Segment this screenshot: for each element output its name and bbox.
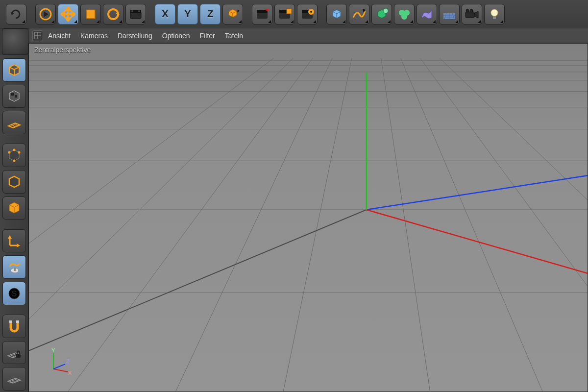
svg-rect-13	[287, 9, 292, 14]
svg-rect-52	[9, 320, 12, 323]
rotate-tool-button[interactable]	[103, 4, 123, 24]
undo-button[interactable]	[6, 4, 26, 24]
add-light-button[interactable]	[484, 4, 505, 24]
svg-rect-15	[302, 10, 313, 13]
svg-rect-36	[11, 93, 14, 96]
view-menu-optionen[interactable]: Optionen	[162, 32, 190, 40]
points-mode-button[interactable]	[2, 144, 26, 167]
svg-rect-11	[279, 12, 290, 19]
axis-x-toggle[interactable]: X	[155, 4, 175, 24]
svg-line-27	[452, 13, 454, 19]
snap-button[interactable]	[2, 315, 26, 338]
add-environment-button[interactable]	[439, 4, 460, 24]
add-deformer-button[interactable]	[416, 4, 437, 24]
svg-point-44	[13, 149, 15, 151]
svg-point-20	[404, 10, 410, 16]
svg-rect-61	[29, 44, 588, 392]
svg-rect-5	[130, 12, 141, 19]
svg-rect-37	[15, 95, 17, 98]
view-menu-darstellung[interactable]: Darstellung	[118, 32, 152, 40]
soft-select-button[interactable]: S	[2, 282, 26, 305]
svg-point-7	[131, 10, 133, 12]
svg-rect-12	[279, 10, 290, 13]
svg-point-43	[18, 151, 20, 154]
svg-rect-3	[86, 10, 95, 19]
move-tool-button[interactable]	[58, 4, 78, 24]
svg-text:Y: Y	[51, 347, 55, 353]
viewport-3d[interactable]: Y X Z	[28, 43, 588, 392]
svg-rect-56	[16, 354, 21, 358]
svg-point-31	[491, 9, 498, 16]
svg-rect-53	[16, 320, 19, 323]
tweak-mode-button[interactable]	[2, 255, 26, 279]
render-pv-button[interactable]	[274, 4, 295, 24]
view-menu-ansicht[interactable]: Ansicht	[48, 32, 71, 40]
top-toolbar: X Y Z	[0, 0, 588, 28]
svg-rect-6	[130, 10, 141, 13]
svg-point-42	[8, 151, 10, 154]
render-view-button[interactable]	[252, 4, 272, 24]
viewport-grid	[29, 44, 588, 392]
add-spline-button[interactable]	[349, 4, 369, 24]
svg-line-84	[53, 364, 65, 369]
viewport-title: Zentralperspektive	[34, 46, 91, 54]
svg-point-21	[401, 14, 407, 20]
coord-system-button[interactable]	[222, 4, 243, 24]
svg-rect-28	[466, 12, 474, 18]
axis-mode-button[interactable]	[2, 229, 26, 253]
svg-rect-32	[493, 16, 496, 19]
axis-z-toggle[interactable]: Z	[200, 4, 220, 24]
workplane-plain-button[interactable]	[2, 367, 26, 391]
model-mode-button[interactable]	[2, 58, 26, 82]
left-tool-palette: S	[0, 55, 28, 392]
mini-axis-indicator: Y X Z	[44, 347, 73, 377]
live-select-button[interactable]	[35, 4, 56, 24]
svg-text:X: X	[68, 370, 72, 376]
svg-rect-49	[14, 268, 16, 271]
svg-point-4	[108, 9, 118, 19]
workplane-lock-button[interactable]	[2, 341, 26, 365]
svg-point-30	[470, 9, 473, 12]
svg-point-45	[13, 160, 15, 162]
view-menu-filter[interactable]: Filter	[200, 32, 215, 40]
render-settings-button[interactable]	[297, 4, 318, 24]
svg-text:S: S	[11, 290, 17, 298]
svg-text:Z: Z	[66, 358, 70, 364]
svg-point-8	[138, 10, 140, 12]
add-primitive-button[interactable]	[326, 4, 347, 24]
axis-z-label: Z	[207, 8, 213, 20]
svg-point-17	[310, 11, 312, 13]
viewport-layout-icon[interactable]	[32, 30, 43, 41]
svg-rect-10	[257, 10, 268, 13]
scale-tool-button[interactable]	[80, 4, 101, 24]
svg-point-0	[40, 9, 51, 20]
svg-point-29	[466, 9, 469, 12]
svg-line-25	[444, 13, 446, 19]
view-menu-tafeln[interactable]: Tafeln	[225, 32, 243, 40]
add-mograph-button[interactable]	[394, 4, 415, 24]
polygons-mode-button[interactable]	[2, 196, 26, 220]
texture-mode-button[interactable]	[2, 85, 26, 108]
viewport-menubar: Ansicht Kameras Darstellung Optionen Fil…	[29, 28, 588, 43]
svg-point-18	[383, 8, 388, 13]
svg-rect-22	[443, 13, 455, 19]
add-generator-button[interactable]	[371, 4, 392, 24]
svg-rect-9	[257, 12, 268, 19]
last-tool-button[interactable]	[125, 4, 146, 24]
edges-mode-button[interactable]	[2, 170, 26, 194]
axis-y-toggle[interactable]: Y	[177, 4, 198, 24]
view-menu-kameras[interactable]: Kameras	[80, 32, 108, 40]
svg-point-16	[308, 9, 314, 15]
app-corner-icon	[2, 28, 28, 55]
workplane-mode-button[interactable]	[2, 111, 26, 134]
svg-point-19	[399, 10, 405, 16]
svg-rect-14	[302, 12, 313, 19]
axis-x-label: X	[162, 8, 168, 20]
svg-line-83	[53, 369, 68, 372]
add-camera-button[interactable]	[462, 4, 482, 24]
axis-y-label: Y	[184, 8, 191, 20]
